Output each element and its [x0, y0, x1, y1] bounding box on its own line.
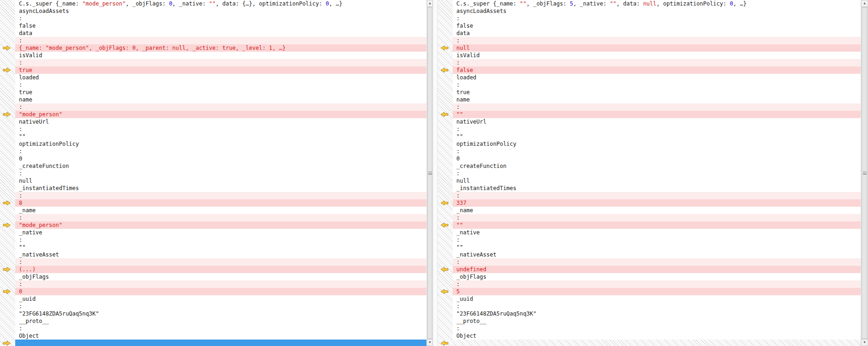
- diff-row[interactable]: _name: [15, 207, 426, 214]
- diff-row[interactable]: __proto__: [453, 317, 861, 325]
- left-vertical-scrollbar[interactable]: ▲ ▼: [426, 0, 433, 346]
- diff-row[interactable]: false: [453, 66, 861, 74]
- diff-row[interactable]: :: [15, 37, 426, 44]
- panel-splitter[interactable]: [433, 0, 437, 346]
- diff-row[interactable]: data: [15, 30, 426, 37]
- diff-row[interactable]: _nativeAsset: [15, 251, 426, 258]
- diff-row[interactable]: 5: [453, 288, 861, 295]
- diff-row[interactable]: "23FG6148ZDA5ruQaq5nq3K": [453, 310, 861, 317]
- diff-row[interactable]: :: [453, 81, 861, 89]
- diff-row[interactable]: :: [453, 125, 861, 133]
- diff-row[interactable]: "mode_person": [15, 111, 426, 118]
- selected-diff-row[interactable]: [15, 340, 426, 346]
- diff-row[interactable]: "23FG6148ZDA5ruQaq5nq3K": [15, 310, 426, 317]
- diff-row[interactable]: :: [15, 214, 426, 221]
- diff-row[interactable]: :: [453, 236, 861, 244]
- diff-row[interactable]: null: [15, 177, 426, 185]
- diff-row[interactable]: Object: [15, 332, 426, 340]
- diff-row[interactable]: "": [15, 133, 426, 140]
- diff-row[interactable]: :: [15, 258, 426, 266]
- diff-row[interactable]: "": [15, 244, 426, 251]
- diff-row[interactable]: Object: [453, 332, 861, 340]
- diff-row[interactable]: _instantiatedTimes: [15, 185, 426, 192]
- diff-row[interactable]: _uuid: [453, 295, 861, 303]
- diff-row[interactable]: asyncLoadAssets: [15, 7, 426, 15]
- diff-row[interactable]: _instantiatedTimes: [453, 185, 861, 192]
- diff-row[interactable]: false: [453, 22, 861, 30]
- diff-row[interactable]: "": [453, 111, 861, 118]
- missing-line-row[interactable]: [453, 340, 861, 346]
- diff-row[interactable]: :: [15, 325, 426, 332]
- left-scroll-up-button[interactable]: ▲: [427, 0, 433, 7]
- diff-row[interactable]: :: [453, 258, 861, 266]
- diff-row[interactable]: 8: [15, 199, 426, 207]
- diff-row[interactable]: "": [453, 221, 861, 229]
- diff-row[interactable]: :: [15, 59, 426, 66]
- diff-row[interactable]: 0: [15, 155, 426, 162]
- diff-row[interactable]: isValid: [453, 52, 861, 59]
- diff-row[interactable]: :: [15, 15, 426, 22]
- diff-row[interactable]: loaded: [15, 74, 426, 81]
- diff-row[interactable]: :: [453, 148, 861, 155]
- diff-row[interactable]: true: [15, 66, 426, 74]
- diff-row[interactable]: {_name: "mode_person", _objFlags: 0, _pa…: [15, 44, 426, 52]
- diff-row[interactable]: :: [15, 236, 426, 244]
- diff-row[interactable]: :: [453, 170, 861, 177]
- diff-row[interactable]: nativeUrl: [15, 118, 426, 125]
- diff-row[interactable]: null: [453, 44, 861, 52]
- diff-row[interactable]: :: [15, 303, 426, 310]
- right-scroll-up-button[interactable]: ▲: [861, 0, 868, 7]
- diff-row[interactable]: :: [453, 103, 861, 111]
- diff-row[interactable]: "": [453, 133, 861, 140]
- diff-row[interactable]: true: [453, 89, 861, 96]
- diff-row[interactable]: null: [453, 177, 861, 185]
- diff-row[interactable]: _native: [453, 229, 861, 236]
- diff-row[interactable]: :: [453, 325, 861, 332]
- diff-row[interactable]: _createFunction: [15, 162, 426, 170]
- diff-row[interactable]: :: [15, 280, 426, 288]
- diff-row[interactable]: _objFlags: [15, 273, 426, 280]
- diff-row[interactable]: :: [453, 59, 861, 66]
- diff-row[interactable]: :: [453, 192, 861, 199]
- diff-row[interactable]: :: [15, 192, 426, 199]
- diff-row[interactable]: :: [453, 37, 861, 44]
- diff-row[interactable]: (...): [15, 266, 426, 273]
- diff-row[interactable]: false: [15, 22, 426, 30]
- diff-row[interactable]: asyncLoadAssets: [453, 7, 861, 15]
- diff-row[interactable]: :: [15, 103, 426, 111]
- right-scroll-down-button[interactable]: ▼: [861, 339, 868, 346]
- diff-row[interactable]: name: [453, 96, 861, 103]
- diff-row[interactable]: _uuid: [15, 295, 426, 303]
- diff-row[interactable]: true: [15, 89, 426, 96]
- diff-row[interactable]: data: [453, 30, 861, 37]
- diff-row[interactable]: undefined: [453, 266, 861, 273]
- diff-row[interactable]: :: [15, 81, 426, 89]
- diff-row[interactable]: :: [453, 303, 861, 310]
- diff-row[interactable]: "": [453, 244, 861, 251]
- diff-row[interactable]: name: [15, 96, 426, 103]
- diff-row[interactable]: 0: [15, 288, 426, 295]
- diff-row[interactable]: nativeUrl: [453, 118, 861, 125]
- diff-row[interactable]: 0: [453, 155, 861, 162]
- diff-row[interactable]: optimizationPolicy: [453, 140, 861, 148]
- diff-row[interactable]: _objFlags: [453, 273, 861, 280]
- diff-row[interactable]: :: [453, 280, 861, 288]
- right-scrollbar-thumb[interactable]: [862, 7, 868, 339]
- diff-row[interactable]: _name: [453, 207, 861, 214]
- diff-row[interactable]: _native: [15, 229, 426, 236]
- diff-row[interactable]: loaded: [453, 74, 861, 81]
- diff-row[interactable]: "mode_person": [15, 221, 426, 229]
- diff-row[interactable]: :: [15, 170, 426, 177]
- diff-row[interactable]: :: [453, 15, 861, 22]
- diff-row[interactable]: __proto__: [15, 317, 426, 325]
- diff-row[interactable]: optimizationPolicy: [15, 140, 426, 148]
- diff-row[interactable]: 337: [453, 199, 861, 207]
- left-scroll-down-button[interactable]: ▼: [427, 339, 433, 346]
- object-preview-header[interactable]: C.s._super {_name: "", _objFlags: 5, _na…: [453, 0, 861, 7]
- right-vertical-scrollbar[interactable]: ▲ ▼: [861, 0, 868, 346]
- diff-row[interactable]: :: [453, 214, 861, 221]
- left-scrollbar-thumb[interactable]: [427, 7, 432, 339]
- diff-row[interactable]: _nativeAsset: [453, 251, 861, 258]
- diff-row[interactable]: :: [15, 125, 426, 133]
- diff-row[interactable]: isValid: [15, 52, 426, 59]
